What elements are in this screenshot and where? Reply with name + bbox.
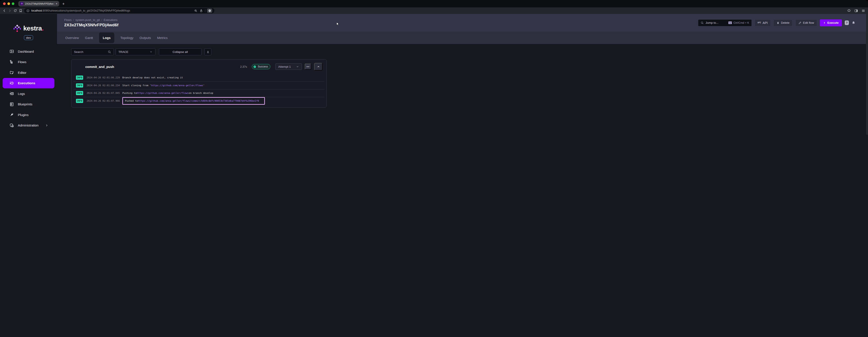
new-tab-button[interactable]: + <box>62 2 65 6</box>
browser-toolbar: localhost :8080/ui/executions/system/pus… <box>0 7 347 14</box>
sidebar-item-administration[interactable]: Administration <box>3 120 54 131</box>
breadcrumb-flow-id[interactable]: system.push_to_git <box>75 18 100 22</box>
chevron-down-icon <box>296 65 299 68</box>
search-input[interactable] <box>74 50 108 54</box>
tab-metrics[interactable]: Metrics <box>157 36 167 40</box>
breadcrumb-executions[interactable]: Executions <box>103 18 118 22</box>
sidebar-item-plugins[interactable]: Plugins <box>3 110 54 120</box>
shield-extension-icon[interactable] <box>207 8 212 13</box>
share-icon[interactable] <box>199 9 203 12</box>
task-menu-button[interactable]: ••• <box>305 64 311 70</box>
chevron-down-icon <box>150 50 153 53</box>
check-circle-icon <box>253 65 256 68</box>
collapse-all-button[interactable]: Collapse all <box>159 48 202 55</box>
search-icon <box>108 50 111 54</box>
log-level-select[interactable]: TRACE <box>116 48 155 55</box>
task-card-controls: 2.37s Success Attempt 1 <box>240 63 322 70</box>
url-host: localhost <box>31 9 42 12</box>
window-controls <box>0 2 17 5</box>
log-timestamp: 2024-04-26 02:01:06.234 <box>87 84 120 87</box>
folder-edit-icon <box>9 70 14 75</box>
log-level-badge: INFO <box>76 75 83 80</box>
sidebar-item-dashboard[interactable]: Dashboard <box>3 46 54 57</box>
browser-window: 2X3x2TMqX5NfvFPDj4wd6f | × + localhost :… <box>0 0 347 135</box>
log-level-badge: INFO <box>76 99 83 103</box>
log-message: Branch develop does not exist, creating … <box>122 76 183 79</box>
blueprints-icon <box>9 102 14 106</box>
browser-tab-strip: 2X3x2TMqX5NfvFPDj4wd6f | × + <box>0 0 347 7</box>
tab-gantt[interactable]: Gantt <box>85 36 93 40</box>
breadcrumb-flows[interactable]: Flows <box>64 18 72 22</box>
log-timestamp: 2024-04-26 02:01:06.229 <box>87 76 120 79</box>
kestra-logo-icon <box>13 24 21 32</box>
sidebar-nav: Dashboard Flows Editor <box>0 46 57 131</box>
urlbar-divider <box>205 9 205 12</box>
plugins-plug-icon <box>9 113 14 117</box>
flows-icon <box>9 60 14 64</box>
reload-icon[interactable] <box>13 8 18 13</box>
task-card-header: commit_and_push 2.37s Success Attempt 1 <box>71 59 327 74</box>
log-message: Pushing to https://github.com/anna-gelle… <box>122 92 213 94</box>
log-rows: INFO 2024-04-26 02:01:06.229 Branch deve… <box>73 74 324 105</box>
minimize-window-button[interactable] <box>7 2 10 5</box>
collapse-task-button[interactable] <box>314 63 322 70</box>
log-link[interactable]: https://github.com/anna-geller/flows <box>151 84 203 87</box>
page-header: Flows/system.push_to_git/Executions 2X3x… <box>57 14 347 32</box>
chevron-right-icon <box>45 124 48 127</box>
tab-close-icon[interactable]: × <box>56 2 58 5</box>
maximize-window-button[interactable] <box>12 2 14 5</box>
environment-badge: dev <box>24 35 33 40</box>
kestra-favicon-icon <box>20 2 24 5</box>
bookmark-icon[interactable] <box>19 8 23 13</box>
logs-timeline-text-icon <box>9 91 14 96</box>
log-search-field[interactable] <box>71 48 114 55</box>
administration-shield-icon <box>9 123 14 128</box>
page-title: 2X3x2TMqX5NfvFPDj4wd6f <box>64 23 118 27</box>
log-row: INFO 2024-04-26 02:01:06.234 Start cloni… <box>73 82 324 89</box>
attempt-select[interactable]: Attempt 1 <box>275 63 302 70</box>
sidebar-item-editor[interactable]: Editor <box>3 67 54 78</box>
executions-timeline-clock-icon <box>9 81 14 85</box>
forward-icon[interactable] <box>8 8 12 13</box>
log-message: Start cloning from 'https://github.com/a… <box>122 84 205 87</box>
title-block: Flows/system.push_to_git/Executions 2X3x… <box>64 18 118 27</box>
task-name: commit_and_push <box>85 65 114 68</box>
log-level-badge: INFO <box>76 83 83 88</box>
status-badge: Success <box>252 64 270 69</box>
chevron-up-icon <box>317 65 320 68</box>
back-icon[interactable] <box>2 8 6 13</box>
log-timestamp: 2024-04-26 02:01:07.966 <box>87 99 120 102</box>
log-link[interactable]: https://github.com/anna-geller/flows <box>137 92 189 94</box>
log-filters: TRACE Collapse all <box>71 48 347 55</box>
kestra-logo[interactable]: kestra. <box>13 24 43 33</box>
sidebar: kestra. dev Dashboard Flows <box>0 14 57 135</box>
dashboard-icon <box>9 49 14 54</box>
log-row: INFO 2024-04-26 02:01:07.966 Pushed to h… <box>73 97 324 104</box>
main-area: Flows/system.push_to_git/Executions 2X3x… <box>57 14 347 135</box>
browser-tab[interactable]: 2X3x2TMqX5NfvFPDj4wd6f | × <box>18 1 59 6</box>
task-duration: 2.37s <box>240 65 247 68</box>
log-row: INFO 2024-04-26 02:01:06.229 Branch deve… <box>73 74 324 82</box>
log-level-badge: INFO <box>76 91 83 95</box>
tab-divider: | <box>54 2 55 5</box>
kestra-wordmark: kestra. <box>23 25 43 32</box>
log-link[interactable]: https://github.com/anna-geller/flows/com… <box>138 99 259 102</box>
sidebar-item-blueprints[interactable]: Blueprints <box>3 99 54 110</box>
download-icon <box>206 50 210 54</box>
log-message-highlighted: Pushed to https://github.com/anna-geller… <box>122 97 265 105</box>
tab-logs[interactable]: Logs <box>99 32 114 43</box>
site-info-icon[interactable] <box>26 9 30 12</box>
sidebar-item-executions[interactable]: Executions <box>3 78 54 89</box>
sidebar-item-flows[interactable]: Flows <box>3 57 54 67</box>
url-path: :8080/ui/executions/system/push_to_git/2… <box>42 9 192 12</box>
sidebar-item-logs[interactable]: Logs <box>3 88 54 99</box>
tab-title: 2X3x2TMqX5NfvFPDj4wd6f <box>25 2 54 5</box>
tab-topology[interactable]: Topology <box>120 36 133 40</box>
url-bar[interactable]: localhost :8080/ui/executions/system/pus… <box>24 8 214 13</box>
download-logs-button[interactable] <box>205 48 211 55</box>
zoom-page-icon[interactable] <box>194 9 197 12</box>
breadcrumb: Flows/system.push_to_git/Executions <box>64 18 118 22</box>
tab-outputs[interactable]: Outputs <box>140 36 151 40</box>
tab-overview[interactable]: Overview <box>65 36 79 40</box>
close-window-button[interactable] <box>3 2 6 5</box>
